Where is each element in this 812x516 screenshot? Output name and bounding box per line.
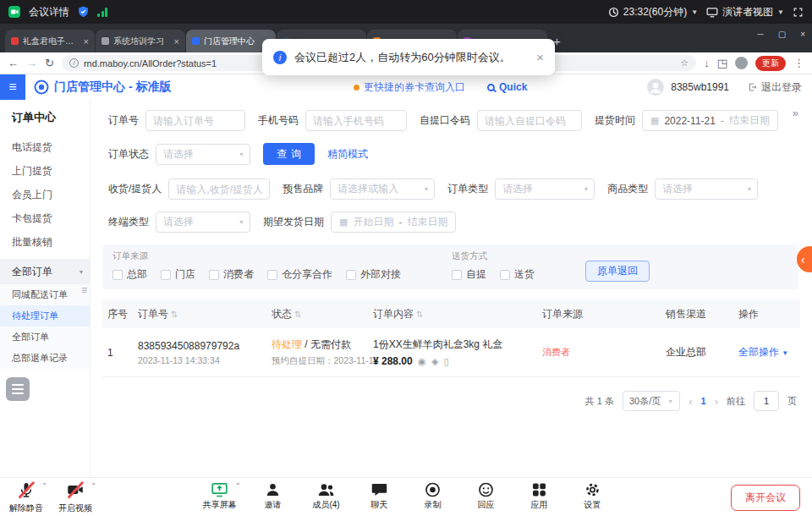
camera-off-icon bbox=[67, 481, 84, 502]
chevron-up-icon[interactable]: ⌃ bbox=[91, 482, 96, 490]
simple-mode-link[interactable]: 精简模式 bbox=[327, 147, 368, 162]
receiver-input[interactable] bbox=[168, 178, 270, 200]
original-order-return-button[interactable]: 原单退回 bbox=[585, 261, 650, 282]
share-screen-button[interactable]: ⌃ 共享屏幕 bbox=[200, 481, 239, 511]
quick-coupon-link[interactable]: 更快捷的券卡查询入口 bbox=[354, 80, 465, 95]
unmute-button[interactable]: ⌃ 解除静音 bbox=[7, 481, 46, 514]
window-minimize-icon[interactable]: ─ bbox=[758, 30, 764, 39]
settings-button[interactable]: 设置 bbox=[573, 481, 612, 511]
search-button[interactable]: 查询 bbox=[263, 143, 315, 165]
sort-icon[interactable]: ⇅ bbox=[294, 310, 301, 319]
prev-page-icon[interactable]: ‹ bbox=[689, 395, 692, 408]
reaction-button[interactable]: 回应 bbox=[467, 481, 506, 511]
pick-code-input[interactable] bbox=[477, 110, 582, 131]
brand-select[interactable]: 请选择或输入 ▼ bbox=[330, 178, 435, 200]
sidebar-item-all-orders[interactable]: 全部订单 bbox=[0, 327, 90, 348]
forward-icon[interactable]: → bbox=[26, 58, 37, 69]
sidebar-item-batch-verify[interactable]: 批量核销 bbox=[0, 230, 90, 254]
checkbox-delivery[interactable] bbox=[500, 270, 510, 280]
refresh-icon[interactable]: ↻ bbox=[45, 58, 54, 69]
browser-update-button[interactable]: 更新 bbox=[755, 56, 786, 71]
checkbox-self-pickup[interactable] bbox=[452, 270, 462, 280]
download-icon[interactable]: ↓ bbox=[704, 58, 710, 69]
invite-button[interactable]: 邀请 bbox=[254, 481, 293, 511]
collapse-chevrons-icon[interactable]: » bbox=[793, 107, 798, 119]
tab-close-icon[interactable]: × bbox=[174, 36, 179, 47]
back-icon[interactable]: ← bbox=[8, 58, 19, 69]
chevron-down-icon: ▼ bbox=[746, 186, 752, 192]
start-video-button[interactable]: ⌃ 开启视频 bbox=[56, 481, 95, 514]
chat-button[interactable]: 聊天 bbox=[360, 481, 399, 511]
expect-date-start[interactable]: 开始日期 bbox=[353, 215, 393, 229]
pick-time-start[interactable]: 2022-11-21 bbox=[664, 115, 716, 127]
window-close-icon[interactable]: × bbox=[800, 30, 805, 39]
remark-icon[interactable]: ◉ bbox=[418, 356, 426, 366]
sidebar-item-card-pickup[interactable]: 卡包提货 bbox=[0, 206, 90, 230]
header-right: 8385wb1991 退出登录 bbox=[647, 79, 802, 96]
browser-tab[interactable]: 礼盒君电子卡管理中心× bbox=[5, 30, 95, 52]
checkbox-consumer[interactable] bbox=[209, 270, 219, 280]
row-price: ¥ 288.00 bbox=[373, 355, 413, 367]
menu-toggle-button[interactable]: ≡ bbox=[0, 74, 25, 100]
gift-icon[interactable]: ◈ bbox=[431, 356, 438, 366]
sort-icon[interactable]: ⇅ bbox=[171, 310, 178, 319]
row-channel: 企业总部 bbox=[661, 345, 733, 360]
pick-time-range-input[interactable]: ▦ 2022-11-21 - 结束日期 bbox=[642, 110, 778, 131]
sidebar-drag-handle-icon[interactable]: ≡ bbox=[81, 284, 87, 296]
row-action-dropdown[interactable]: 全部操作 ▼ bbox=[733, 345, 800, 360]
meeting-timer[interactable]: 23:32(60分钟) ▼ bbox=[608, 5, 698, 19]
current-page[interactable]: 1 bbox=[701, 396, 706, 406]
table-row[interactable]: 1 83859345088979792a 2023-11-13 14:33:34… bbox=[102, 328, 800, 377]
sidebar-item-pending-orders[interactable]: 待处理订单 bbox=[0, 305, 90, 327]
checkbox-hq[interactable] bbox=[112, 270, 123, 280]
leave-meeting-button[interactable]: 离开会议 bbox=[731, 485, 800, 511]
monitor-icon bbox=[706, 7, 718, 18]
checkbox-warehouse-coop[interactable] bbox=[267, 270, 277, 280]
quick-search-link[interactable]: Quick bbox=[487, 81, 527, 93]
browser-menu-icon[interactable]: ⋮ bbox=[793, 58, 804, 69]
order-type-select[interactable]: 请选择 ▼ bbox=[495, 178, 595, 200]
sidebar-item-member-visit[interactable]: 会员上门 bbox=[0, 183, 90, 206]
phone-icon[interactable]: ▯ bbox=[444, 356, 449, 366]
sort-icon[interactable]: ⇅ bbox=[416, 310, 423, 319]
goods-type-select[interactable]: 请选择 ▼ bbox=[655, 178, 758, 200]
sidebar-item-hq-refund-log[interactable]: 总部退单记录 bbox=[0, 348, 90, 369]
record-button[interactable]: 录制 bbox=[414, 481, 453, 511]
user-avatar[interactable] bbox=[647, 79, 664, 96]
apps-button[interactable]: 应用 bbox=[520, 481, 559, 511]
chevron-up-icon[interactable]: ⌃ bbox=[41, 482, 47, 490]
expect-date-range-input[interactable]: ▦ 开始日期 - 结束日期 bbox=[331, 211, 456, 233]
order-no-input[interactable] bbox=[145, 110, 245, 131]
page-size-select[interactable]: 30条/页 ▼ bbox=[623, 391, 680, 411]
tab-close-icon[interactable]: × bbox=[84, 36, 89, 47]
sidebar-item-phone-pickup[interactable]: 电话提货 bbox=[0, 135, 90, 159]
goto-page-input[interactable] bbox=[754, 391, 779, 411]
fullscreen-icon[interactable] bbox=[793, 7, 804, 18]
phone-input[interactable] bbox=[305, 110, 407, 131]
sidebar-item-door-pickup[interactable]: 上门提货 bbox=[0, 159, 90, 183]
next-page-icon[interactable]: › bbox=[715, 395, 718, 408]
site-info-icon[interactable]: i bbox=[69, 58, 79, 68]
status-select[interactable]: 请选择 ▼ bbox=[156, 144, 250, 165]
bookmark-star-icon[interactable]: ☆ bbox=[680, 58, 689, 69]
chevron-up-icon[interactable]: ⌃ bbox=[235, 482, 241, 490]
terminal-select[interactable]: 请选择 ▼ bbox=[156, 211, 250, 233]
network-signal-icon[interactable] bbox=[97, 8, 107, 17]
checkbox-external[interactable] bbox=[346, 270, 356, 280]
sidebar-item-city-delivery[interactable]: 同城配送订单 bbox=[0, 284, 90, 305]
checkbox-store[interactable] bbox=[161, 270, 171, 280]
sidebar-group-all-orders[interactable]: 全部订单 ▾ bbox=[0, 259, 90, 284]
window-maximize-icon[interactable]: ▢ bbox=[778, 30, 786, 39]
security-shield-icon[interactable] bbox=[78, 6, 89, 18]
pick-time-end[interactable]: 结束日期 bbox=[729, 113, 770, 128]
members-button[interactable]: 成员(4) bbox=[307, 481, 346, 511]
browser-profile-avatar[interactable] bbox=[735, 57, 748, 69]
list-panel-toggle-icon[interactable] bbox=[6, 377, 30, 401]
logout-button[interactable]: 退出登录 bbox=[748, 80, 802, 95]
browser-tab[interactable]: 系统培训学习× bbox=[96, 30, 185, 52]
expect-date-end[interactable]: 结束日期 bbox=[407, 215, 447, 229]
view-mode-selector[interactable]: 演讲者视图 ▼ bbox=[706, 5, 784, 19]
extensions-icon[interactable]: ◳ bbox=[717, 58, 727, 69]
toast-close-icon[interactable]: × bbox=[536, 50, 544, 64]
meeting-details-link[interactable]: 会议详情 bbox=[29, 5, 69, 19]
